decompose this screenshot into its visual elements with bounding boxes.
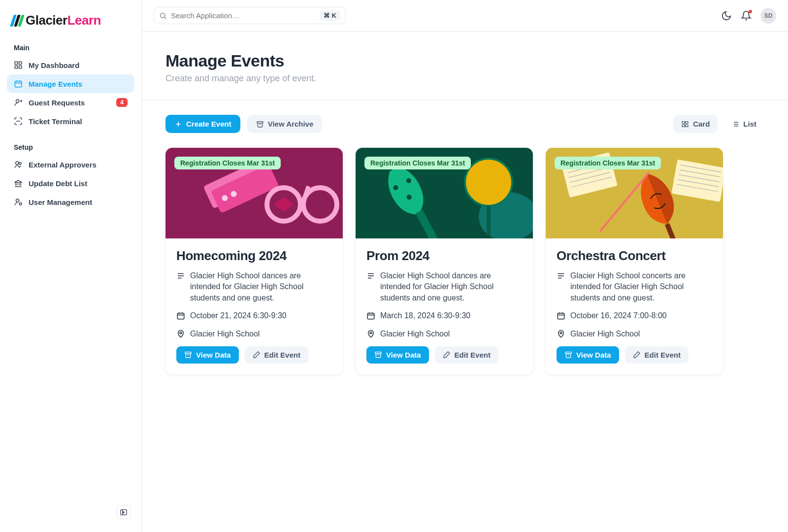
event-title: Prom 2024 bbox=[366, 248, 522, 264]
event-image: Registration Closes Mar 31st bbox=[546, 148, 723, 238]
edit-event-button[interactable]: Edit Event bbox=[435, 346, 498, 364]
calendar-icon bbox=[366, 311, 375, 320]
user-cog-icon bbox=[14, 198, 23, 206]
search-input[interactable] bbox=[171, 11, 316, 20]
sidebar-item-user-management[interactable]: User Management bbox=[7, 193, 134, 211]
sidebar-item-label: Manage Events bbox=[29, 80, 82, 88]
logo[interactable]: GlacierLearn bbox=[7, 9, 134, 32]
sidebar-item-guest-requests[interactable]: Guest Requests 4 bbox=[7, 93, 134, 112]
edit-event-button[interactable]: Edit Event bbox=[245, 346, 308, 364]
theme-toggle[interactable] bbox=[721, 10, 732, 21]
button-label: View Data bbox=[386, 351, 421, 359]
view-list-toggle[interactable]: List bbox=[723, 115, 764, 133]
registration-badge: Registration Closes Mar 31st bbox=[174, 157, 281, 169]
pencil-icon bbox=[443, 351, 451, 359]
event-card: Registration Closes Mar 31st Homecoming … bbox=[165, 148, 343, 374]
event-image: Registration Closes Mar 31st bbox=[165, 148, 343, 238]
sidebar-item-label: User Management bbox=[29, 198, 92, 206]
user-plus-icon bbox=[14, 98, 23, 107]
archive-icon bbox=[184, 351, 192, 359]
view-data-button[interactable]: View Data bbox=[366, 346, 429, 364]
sidebar-item-label: Update Debt List bbox=[29, 179, 87, 188]
event-card: Registration Closes Mar 31st Prom 2024 G… bbox=[356, 148, 533, 374]
sidebar-collapse-button[interactable] bbox=[117, 505, 131, 519]
svg-rect-25 bbox=[177, 313, 184, 319]
page-subtitle: Create and manage any type of event. bbox=[165, 73, 764, 84]
button-label: View Data bbox=[196, 351, 231, 359]
svg-rect-1 bbox=[19, 62, 22, 64]
event-image: Registration Closes Mar 31st bbox=[356, 148, 533, 238]
avatar-initials: SD bbox=[764, 12, 773, 19]
notifications-button[interactable] bbox=[741, 10, 752, 21]
event-description: Glacier High School dances are intended … bbox=[190, 270, 332, 303]
calendar-icon bbox=[176, 311, 185, 320]
archive-icon bbox=[564, 351, 572, 359]
svg-rect-45 bbox=[558, 313, 564, 319]
edit-event-button[interactable]: Edit Event bbox=[625, 346, 689, 364]
svg-rect-27 bbox=[185, 352, 191, 354]
svg-rect-39 bbox=[375, 352, 381, 354]
view-data-button[interactable]: View Data bbox=[557, 346, 619, 364]
svg-rect-37 bbox=[367, 313, 374, 319]
sidebar-item-update-debt-list[interactable]: Update Debt List bbox=[7, 174, 134, 193]
svg-point-9 bbox=[19, 203, 22, 205]
search-shortcut: ⌘ K bbox=[320, 10, 340, 21]
search-icon bbox=[159, 12, 167, 20]
description-icon bbox=[366, 271, 375, 280]
description-icon bbox=[557, 271, 565, 280]
sidebar-item-ticket-terminal[interactable]: Ticket Terminal bbox=[7, 112, 134, 131]
event-location: Glacier High School bbox=[570, 329, 640, 339]
calendar-icon bbox=[14, 79, 23, 88]
avatar[interactable]: SD bbox=[760, 8, 776, 24]
archive-icon bbox=[256, 120, 264, 128]
svg-point-6 bbox=[16, 162, 19, 165]
event-location: Glacier High School bbox=[380, 329, 450, 339]
sidebar-item-label: Guest Requests bbox=[29, 99, 85, 107]
event-datetime: March 18, 2024 6:30-9:30 bbox=[380, 310, 470, 321]
button-label: Edit Event bbox=[455, 351, 491, 359]
svg-rect-4 bbox=[15, 81, 22, 87]
search-field[interactable]: ⌘ K bbox=[154, 7, 346, 24]
registration-badge: Registration Closes Mar 31st bbox=[555, 157, 661, 169]
svg-point-5 bbox=[16, 100, 19, 102]
users-icon bbox=[14, 160, 23, 169]
sidebar-item-label: External Approvers bbox=[29, 161, 97, 169]
view-card-toggle[interactable]: Card bbox=[673, 115, 718, 133]
svg-rect-12 bbox=[257, 121, 263, 123]
location-icon bbox=[557, 330, 565, 338]
pencil-icon bbox=[633, 351, 641, 359]
list-icon bbox=[731, 120, 739, 128]
event-card: Registration Closes Mar 31st Orchestra C… bbox=[546, 148, 723, 374]
svg-rect-2 bbox=[15, 66, 17, 68]
sidebar-item-dashboard[interactable]: My Dashboard bbox=[7, 56, 134, 74]
registration-badge: Registration Closes Mar 31st bbox=[364, 157, 471, 169]
sidebar-item-label: My Dashboard bbox=[29, 61, 79, 69]
event-title: Orchestra Concert bbox=[557, 248, 712, 264]
button-label: View Archive bbox=[268, 120, 314, 128]
cards-icon bbox=[681, 120, 689, 128]
moon-icon bbox=[721, 10, 732, 21]
svg-rect-13 bbox=[682, 121, 685, 123]
event-description: Glacier High School dances are intended … bbox=[380, 270, 522, 303]
create-event-button[interactable]: Create Event bbox=[165, 115, 240, 133]
event-title: Homecoming 2024 bbox=[176, 248, 332, 264]
sidebar-item-external-approvers[interactable]: External Approvers bbox=[7, 155, 134, 174]
view-data-button[interactable]: View Data bbox=[176, 346, 239, 364]
event-datetime: October 16, 2024 7:00-8:00 bbox=[570, 310, 667, 321]
sidebar-item-manage-events[interactable]: Manage Events bbox=[7, 74, 134, 93]
calendar-icon bbox=[557, 311, 565, 320]
dashboard-icon bbox=[14, 61, 23, 69]
view-archive-button[interactable]: View Archive bbox=[247, 115, 323, 133]
svg-rect-3 bbox=[19, 66, 22, 68]
pencil-icon bbox=[253, 351, 261, 359]
description-icon bbox=[176, 271, 185, 280]
svg-rect-0 bbox=[15, 62, 17, 64]
sidebar-section-main: Main bbox=[7, 40, 134, 56]
svg-point-11 bbox=[161, 13, 165, 17]
location-icon bbox=[176, 330, 185, 338]
logo-text: GlacierLearn bbox=[26, 13, 101, 28]
archive-icon bbox=[374, 351, 382, 359]
bank-icon bbox=[14, 179, 23, 188]
event-location: Glacier High School bbox=[190, 329, 260, 339]
svg-point-8 bbox=[16, 199, 19, 202]
